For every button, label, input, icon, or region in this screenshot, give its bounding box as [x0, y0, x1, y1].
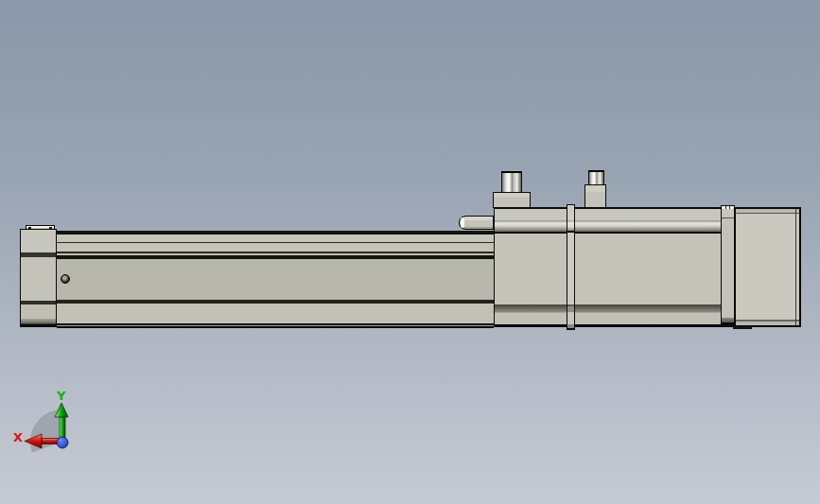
triad-x-label: X — [13, 430, 23, 444]
flange-highlight — [723, 206, 733, 209]
clamp-band[interactable] — [567, 204, 575, 330]
lip-screw-icon — [49, 227, 52, 229]
motor-housing[interactable] — [494, 207, 735, 327]
motor-endcap-line — [795, 209, 796, 325]
connector-pedestal-large[interactable] — [493, 192, 531, 208]
screw-hole[interactable] — [61, 274, 70, 284]
motor-flange[interactable] — [721, 205, 735, 326]
triad-origin-dot[interactable] — [57, 437, 68, 448]
motor-body[interactable] — [735, 207, 801, 327]
lip-screw-icon — [28, 227, 31, 229]
connector-large[interactable] — [501, 171, 522, 193]
triad-y-label: Y — [56, 389, 66, 403]
rail-body[interactable] — [57, 231, 494, 328]
motor-bottom-lip — [733, 326, 752, 329]
plate-highlight — [461, 217, 464, 228]
carriage-plate[interactable] — [459, 216, 494, 230]
connector-small[interactable] — [588, 170, 604, 185]
cad-viewport[interactable]: X Y — [0, 0, 820, 504]
end-cap[interactable] — [20, 229, 57, 327]
orientation-triad: X Y — [6, 378, 87, 465]
connector-pedestal-small[interactable] — [584, 184, 606, 208]
end-cap-lip[interactable] — [26, 225, 55, 230]
